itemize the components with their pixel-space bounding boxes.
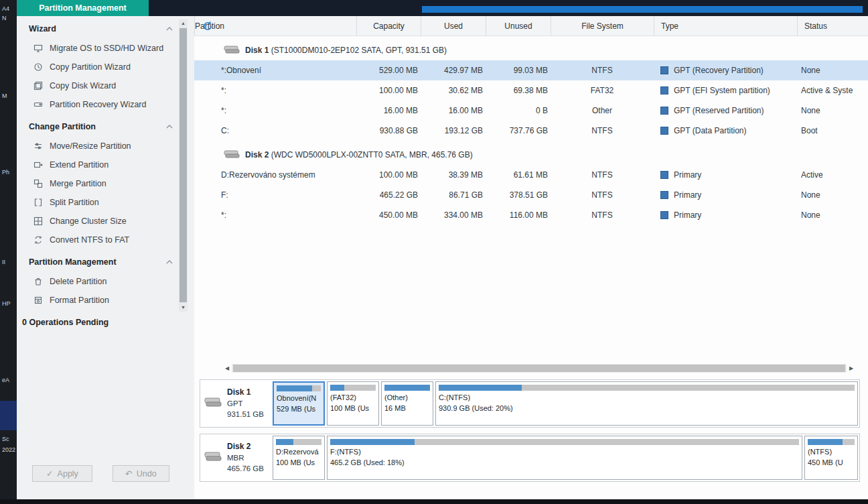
cell-type: GPT (EFI System partition) bbox=[674, 86, 770, 95]
sidebar-item-copy-partition-wizard[interactable]: Copy Partition Wizard bbox=[17, 58, 177, 76]
move-resize-icon bbox=[33, 141, 43, 151]
cell-file-system: NTFS bbox=[551, 190, 654, 200]
desktop-icon-label: A4 bbox=[2, 5, 9, 12]
column-header-unused[interactable]: Unused bbox=[486, 16, 551, 36]
partition-type-color-icon bbox=[660, 107, 668, 115]
sidebar-item-partition-recovery-wizard[interactable]: Partition Recovery Wizard bbox=[17, 95, 177, 114]
tab-bar: Partition Management bbox=[17, 0, 868, 16]
sidebar-section-partition-management[interactable]: Partition Management bbox=[17, 249, 177, 272]
partition-type-color-icon bbox=[660, 127, 668, 135]
partition-type-color-icon bbox=[660, 66, 668, 74]
apply-button[interactable]: ✓ Apply bbox=[32, 465, 92, 482]
sidebar-item-label: Convert NTFS to FAT bbox=[50, 235, 129, 245]
cell-file-system: Other bbox=[551, 106, 654, 115]
partition-block-fat32[interactable]: (FAT32) 100 MB (Us bbox=[327, 381, 379, 426]
column-header-partition[interactable]: Partition bbox=[194, 16, 356, 36]
cell-used: 38.39 MB bbox=[421, 170, 486, 180]
scroll-down-icon[interactable]: ▼ bbox=[179, 303, 188, 312]
sidebar-section-change-partition[interactable]: Change Partition bbox=[17, 114, 177, 137]
partition-block-other[interactable]: (Other) 16 MB bbox=[381, 381, 433, 426]
sidebar-item-label: Move/Resize Partition bbox=[50, 141, 131, 151]
cell-partition: F: bbox=[194, 190, 356, 200]
chevron-up-icon bbox=[166, 27, 173, 31]
convert-ntfs-icon bbox=[33, 235, 43, 245]
chevron-up-icon bbox=[166, 125, 173, 129]
partition-block-c-drive[interactable]: C:(NTFS) 930.9 GB (Used: 20%) bbox=[435, 381, 858, 426]
cell-file-system: NTFS bbox=[551, 170, 654, 180]
table-row-reserved[interactable]: *: 16.00 MB 16.00 MB 0 B Other GPT (Rese… bbox=[194, 101, 868, 121]
table-row-d-drive[interactable]: D:Rezervováno systémem 100.00 MB 38.39 M… bbox=[194, 165, 868, 185]
partition-label: F:(NTFS) bbox=[330, 447, 799, 458]
sidebar-item-delete-partition[interactable]: Delete Partition bbox=[17, 272, 177, 291]
disk2-group-header[interactable]: Disk 2 (WDC WD5000LPLX-00ZNTT0 SATA, MBR… bbox=[194, 145, 868, 165]
table-row-obnoveni[interactable]: *:Obnovení 529.00 MB 429.97 MB 99.03 MB … bbox=[194, 60, 868, 80]
partition-label: (FAT32) bbox=[330, 393, 376, 403]
disk1-group-header[interactable]: Disk 1 (ST1000DM010-2EP102 SATA, GPT, 93… bbox=[194, 40, 868, 60]
taskbar-strip bbox=[0, 499, 868, 504]
column-header-file-system[interactable]: File System bbox=[551, 16, 654, 36]
format-partition-icon bbox=[33, 296, 43, 306]
cell-status: Active bbox=[797, 170, 868, 180]
partition-block-ntfs-450[interactable]: (NTFS) 450 MB (U bbox=[804, 436, 858, 480]
cell-unused: 116.00 MB bbox=[486, 210, 551, 220]
table-row-ntfs-450[interactable]: *: 450.00 MB 334.00 MB 116.00 MB NTFS Pr… bbox=[194, 205, 868, 225]
sidebar-item-change-cluster-size[interactable]: Change Cluster Size bbox=[17, 212, 177, 231]
undo-arrow-icon: ↶ bbox=[125, 468, 132, 479]
partition-size-label: 100 MB (Us bbox=[330, 403, 376, 414]
column-header-used[interactable]: Used bbox=[421, 16, 486, 36]
table-row-c-drive[interactable]: C: 930.88 GB 193.12 GB 737.76 GB NTFS GP… bbox=[194, 121, 868, 141]
column-header-type[interactable]: Type bbox=[654, 16, 797, 36]
column-header-capacity[interactable]: Capacity bbox=[356, 16, 421, 36]
scrollbar-thumb[interactable] bbox=[233, 365, 845, 372]
column-header-status[interactable]: Status bbox=[797, 16, 868, 36]
sidebar-item-label: Change Cluster Size bbox=[50, 216, 127, 226]
partition-block-f-drive[interactable]: F:(NTFS) 465.2 GB (Used: 18%) bbox=[327, 436, 802, 480]
cell-unused: 99.03 MB bbox=[486, 66, 551, 75]
sidebar-section-wizard[interactable]: Wizard bbox=[17, 16, 177, 39]
cell-file-system: NTFS bbox=[551, 66, 654, 75]
sidebar-item-label: Delete Partition bbox=[50, 277, 106, 286]
sidebar-item-migrate-os-wizard[interactable]: Migrate OS to SSD/HD Wizard bbox=[17, 39, 177, 58]
partition-block-obnoveni[interactable]: Obnovení(N 529 MB (Us bbox=[273, 381, 325, 426]
scroll-up-icon[interactable]: ▲ bbox=[179, 19, 188, 27]
disk-size: 465.76 GB bbox=[227, 464, 264, 474]
migrate-os-icon bbox=[33, 44, 43, 54]
usage-bar bbox=[439, 385, 855, 391]
scroll-right-icon[interactable]: ▶ bbox=[847, 365, 856, 371]
table-row-f-drive[interactable]: F: 465.22 GB 86.71 GB 378.51 GB NTFS Pri… bbox=[194, 185, 868, 205]
cell-capacity: 465.22 GB bbox=[356, 190, 421, 200]
sidebar-item-convert-ntfs-to-fat[interactable]: Convert NTFS to FAT bbox=[17, 231, 177, 249]
sidebar-item-extend-partition[interactable]: Extend Partition bbox=[17, 155, 177, 174]
disk-icon bbox=[224, 149, 240, 161]
sidebar-item-merge-partition[interactable]: Merge Partition bbox=[17, 174, 177, 193]
usage-bar bbox=[277, 385, 321, 391]
desktop-icon-label: HP bbox=[2, 300, 11, 307]
disk-name: Disk 1 bbox=[227, 387, 264, 398]
sidebar-item-copy-disk-wizard[interactable]: Copy Disk Wizard bbox=[17, 76, 177, 95]
tab-partition-management[interactable]: Partition Management bbox=[17, 0, 149, 16]
split-partition-icon bbox=[33, 198, 43, 208]
cell-partition: *: bbox=[194, 106, 356, 115]
disk1-partitions: Obnovení(N 529 MB (Us (FAT32) 100 MB (Us… bbox=[273, 381, 858, 426]
cell-type: Primary bbox=[674, 210, 701, 220]
table-row-efi[interactable]: *: 100.00 MB 30.62 MB 69.38 MB FAT32 GPT… bbox=[194, 80, 868, 101]
scrollbar-thumb[interactable] bbox=[179, 28, 187, 302]
undo-button[interactable]: ↶ Undo bbox=[113, 465, 169, 482]
cell-type: GPT (Recovery Partition) bbox=[674, 66, 764, 75]
horizontal-scrollbar[interactable]: ◀ ▶ bbox=[222, 364, 856, 373]
usage-bar bbox=[276, 439, 321, 445]
refresh-icon[interactable] bbox=[202, 21, 213, 32]
sidebar-item-split-partition[interactable]: Split Partition bbox=[17, 193, 177, 212]
scrollbar-track[interactable] bbox=[232, 364, 847, 373]
sidebar-scrollbar[interactable]: ▲ ▼ bbox=[179, 19, 188, 312]
cell-capacity: 529.00 MB bbox=[356, 66, 421, 75]
sidebar-item-label: Merge Partition bbox=[50, 179, 106, 188]
partition-block-d-drive[interactable]: D:Rezervová 100 MB (Us bbox=[273, 436, 325, 480]
desktop-icon-label: II bbox=[2, 259, 5, 265]
sidebar-item-format-partition[interactable]: Format Partition bbox=[17, 291, 177, 310]
scroll-left-icon[interactable]: ◀ bbox=[222, 365, 232, 371]
disk2-info: Disk 2 MBR 465.76 GB bbox=[202, 436, 273, 480]
partition-size-label: 100 MB (Us bbox=[276, 458, 321, 468]
sidebar-item-move-resize-partition[interactable]: Move/Resize Partition bbox=[17, 137, 177, 155]
partition-size-label: 16 MB bbox=[384, 403, 430, 414]
